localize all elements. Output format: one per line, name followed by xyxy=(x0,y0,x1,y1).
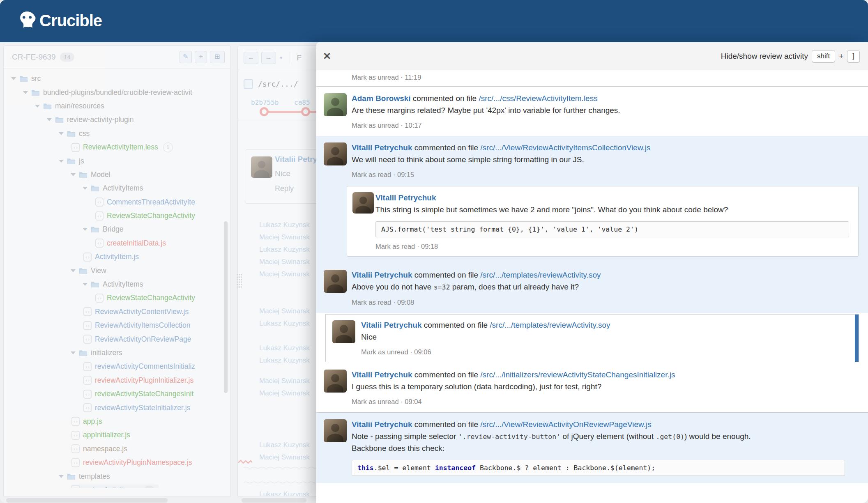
tree-file-row[interactable]: ‹›createInitialData.js xyxy=(4,237,230,250)
comment-text: Above you do not have s=32 param, does t… xyxy=(352,281,856,293)
activity-item[interactable]: Vitalii Petrychuk commented on file /src… xyxy=(316,413,868,483)
file-checkbox[interactable] xyxy=(244,79,253,89)
comment-author[interactable]: Vitalii Petrychuk xyxy=(352,143,412,152)
tree-folder-row[interactable]: ActivityItems xyxy=(4,181,230,195)
activity-item[interactable]: Vitalii Petrychuk commented on file /src… xyxy=(316,136,868,185)
mark-read-toggle[interactable]: Mark as read xyxy=(352,171,391,178)
shortcut-label: Hide/show review activity xyxy=(721,52,808,61)
tree-file-row[interactable]: ‹›reviewActivityStateChangesInit xyxy=(4,387,230,401)
comment-head: Vitalii Petrychuk commented on file /src… xyxy=(361,319,842,331)
edit-review-button[interactable]: ✎ xyxy=(180,51,192,63)
tree-file-row[interactable]: ‹›ReviewActivityOnReviewPage xyxy=(4,332,230,346)
avatar xyxy=(324,93,347,116)
comment-author[interactable]: Vitalii Petrychuk xyxy=(375,193,436,202)
activity-item[interactable]: Adam Borowski commented on file /src/...… xyxy=(316,87,868,136)
mark-read-toggle[interactable]: Mark as read xyxy=(352,299,391,306)
tree-file-row[interactable]: ‹›ReviewStateChangeActivity xyxy=(4,291,230,305)
expand-arrow-icon[interactable] xyxy=(83,187,87,190)
tree-file-row[interactable]: ‹›appInitializer.js xyxy=(4,428,230,442)
tree-file-row[interactable]: ‹›reviewActivityStateInitializer.js xyxy=(4,401,230,414)
diff-horizontal-scrollbar[interactable] xyxy=(242,498,306,503)
commit-node[interactable] xyxy=(260,107,269,116)
tree-file-row[interactable]: ‹›reviewActivityCommentsInitializ xyxy=(4,360,230,373)
folder-label: main/resources xyxy=(55,102,104,110)
expand-arrow-icon[interactable] xyxy=(11,77,16,80)
file-link[interactable]: /src/.../initializers/reviewActivityStat… xyxy=(480,370,675,379)
expand-arrow-icon[interactable] xyxy=(71,173,76,176)
tree-file-row[interactable]: ‹›ActivityItem.js xyxy=(4,250,230,264)
activity-item-partial[interactable]: Mark as unread · 11:19 xyxy=(316,70,868,87)
commit-hash[interactable]: b2b755b xyxy=(251,99,279,106)
mark-read-toggle[interactable]: Mark as read xyxy=(375,243,415,250)
expand-arrow-icon[interactable] xyxy=(59,132,64,135)
tree-folder-row[interactable]: templates xyxy=(4,469,230,483)
svg-text:‹›: ‹› xyxy=(73,433,78,438)
panel-resize-handle[interactable] xyxy=(236,273,242,289)
tree-folder-row[interactable]: initializers xyxy=(4,346,230,360)
expand-arrow-icon[interactable] xyxy=(35,105,40,108)
tree-folder-row[interactable]: js xyxy=(4,154,230,168)
tree-file-row[interactable]: ‹›CommentsThreadActivityIte xyxy=(4,195,230,209)
expand-arrow-icon[interactable] xyxy=(71,351,76,354)
add-column-button[interactable]: ⊞ xyxy=(210,51,225,63)
mark-read-toggle[interactable]: Mark as unread xyxy=(361,348,408,356)
tree-folder-row[interactable]: ActivityItems xyxy=(4,278,230,291)
folder-icon xyxy=(67,158,76,165)
tree-folder-row[interactable]: Model xyxy=(4,168,230,181)
expand-arrow-icon[interactable] xyxy=(59,475,64,478)
tree-horizontal-scrollbar[interactable] xyxy=(6,498,168,503)
tree-folder-row[interactable]: src xyxy=(4,72,230,85)
tree-file-row[interactable]: ‹›namespace.js xyxy=(4,442,230,456)
tree-folder-row[interactable]: css xyxy=(4,127,230,140)
tree-file-row[interactable]: ‹›app.js xyxy=(4,415,230,428)
comment-head: Adam Borowski commented on file /src/...… xyxy=(352,93,856,104)
file-label: createInitialData.js xyxy=(107,239,166,248)
file-link[interactable]: /src/.../templates/reviewActivity.soy xyxy=(490,321,610,329)
activity-item-selected[interactable]: Vitalii Petrychuk commented on file /src… xyxy=(325,314,859,362)
reply-link[interactable]: Reply xyxy=(275,184,294,193)
previous-file-button[interactable]: ← xyxy=(244,52,258,64)
expand-arrow-icon[interactable] xyxy=(23,91,28,94)
mark-read-toggle[interactable]: Mark as unread xyxy=(352,398,399,405)
add-content-button[interactable]: + xyxy=(195,51,207,63)
file-link[interactable]: /src/.../View/ReviewActivityOnReviewPage… xyxy=(480,420,651,429)
comment-author[interactable]: Vitalii Petrychuk xyxy=(352,420,412,429)
tree-file-row[interactable]: ‹›ReviewActivityContentView.js xyxy=(4,305,230,319)
tree-file-row[interactable]: ‹›ReviewStateChangeActivity xyxy=(4,209,230,223)
tree-file-row[interactable]: ‹›ReviewActivityItemsCollection xyxy=(4,319,230,332)
tree-folder-row[interactable]: bundled-plugins/bundled/crucible-review-… xyxy=(4,85,230,99)
mark-read-toggle[interactable]: Mark as unread xyxy=(352,73,399,81)
activity-item[interactable]: Vitalii Petrychuk commented on file /src… xyxy=(316,363,868,413)
expand-arrow-icon[interactable] xyxy=(47,118,52,121)
commit-hash[interactable]: ca85 xyxy=(294,99,310,106)
expand-arrow-icon[interactable] xyxy=(83,283,87,286)
tree-folder-row[interactable]: Bridge xyxy=(4,223,230,236)
expand-arrow-icon[interactable] xyxy=(83,228,87,231)
comment-author[interactable]: Adam Borowski xyxy=(352,94,411,103)
code-file-icon: ‹› xyxy=(83,307,92,316)
comment-author[interactable]: Vitalii Petrychuk xyxy=(352,271,412,279)
next-file-button[interactable]: → xyxy=(261,52,276,64)
close-icon[interactable]: ✕ xyxy=(323,51,331,62)
reply-comment[interactable]: Vitalii PetrychukThis string is simple b… xyxy=(347,186,859,257)
tree-file-row[interactable]: ‹›reviewActivityPluginNamespace.js xyxy=(4,456,230,469)
tree-folder-row[interactable]: main/resources xyxy=(4,99,230,113)
file-link[interactable]: /src/.../View/ReviewActivityItemsCollect… xyxy=(480,143,650,152)
tree-folder-row[interactable]: review-activity-plugin xyxy=(4,113,230,126)
file-link[interactable]: /src/.../templates/reviewActivity.soy xyxy=(480,271,601,279)
tree-vertical-scrollbar[interactable] xyxy=(224,221,228,393)
tree-file-row[interactable]: reviewActivity.soy2 xyxy=(4,483,230,488)
file-link[interactable]: /src/.../css/ReviewActivityItem.less xyxy=(479,94,597,103)
expand-arrow-icon[interactable] xyxy=(59,160,64,163)
tree-file-row[interactable]: ‹›reviewActivityPluginInitializer.js xyxy=(4,374,230,387)
tree-folder-row[interactable]: View xyxy=(4,264,230,277)
code-block: this.$el = element instanceof Backbone.$… xyxy=(352,460,845,476)
activity-item[interactable]: Vitalii Petrychuk commented on file /src… xyxy=(316,263,868,313)
comment-author[interactable]: Vitalii Petrychuk xyxy=(361,321,422,329)
expand-arrow-icon[interactable] xyxy=(71,269,76,272)
mark-read-toggle[interactable]: Mark as unread xyxy=(352,122,399,129)
comment-author[interactable]: Vitalii Petrychuk xyxy=(352,370,412,379)
chevron-down-icon[interactable]: ▾ xyxy=(280,55,283,61)
tree-file-row[interactable]: ‹›ReviewActivityItem.less1 xyxy=(4,140,230,154)
commit-node[interactable] xyxy=(301,107,310,116)
